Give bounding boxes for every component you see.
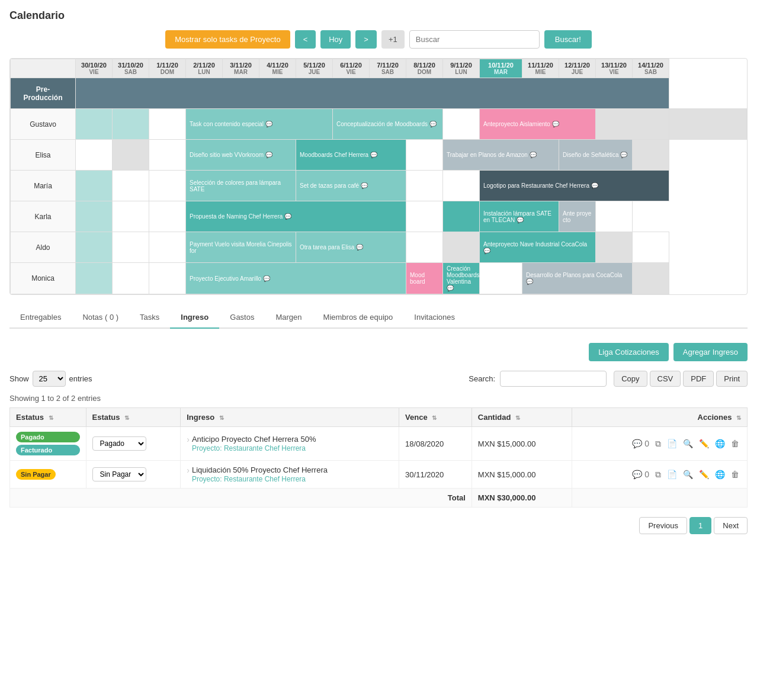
aldo-cell-anteproy: Anteproyecto Nave Industrial CocaCola 💬 xyxy=(480,232,596,263)
expand-icon-1[interactable]: › xyxy=(187,435,190,444)
tab-ingreso[interactable]: Ingreso xyxy=(170,307,219,329)
search-action-btn-2[interactable]: 🔍 xyxy=(681,468,695,481)
print-button[interactable]: Print xyxy=(716,371,748,387)
calendar-section: 30/10/20 VIE 31/10/20 SAB 1/11/20 DOM 2/… xyxy=(9,58,748,295)
monica-cell-empty xyxy=(480,263,522,294)
ingreso-title-1: Anticipo Proyecto Chef Herrera 50% xyxy=(192,435,316,444)
aldo-cell-1 xyxy=(76,232,113,263)
expand-icon-2[interactable]: › xyxy=(187,465,190,475)
comment-btn-2[interactable]: 💬 0 xyxy=(630,468,651,481)
aldo-cell-payment: Payment Vuelo visita Morelia Cinepolis f… xyxy=(186,232,296,263)
col-header-12: 11/11/20 MIE xyxy=(522,59,559,78)
total-amount: MXN $30,000.00 xyxy=(471,489,572,508)
page-1-button[interactable]: 1 xyxy=(689,517,711,534)
copy-action-btn-1[interactable]: ⧉ xyxy=(653,437,663,451)
row-label-karla: Karla xyxy=(11,201,76,232)
aldo-cell-2 xyxy=(113,232,149,263)
karla-cell-propuesta: Propuesta de Naming Chef Herrera 💬 xyxy=(186,201,406,232)
row-label-gustavo: Gustavo xyxy=(11,109,76,140)
next-button[interactable]: Next xyxy=(714,517,748,534)
col-header-3: 1/11/20 DOM xyxy=(149,59,186,78)
agregar-ingreso-button[interactable]: Agregar Ingreso xyxy=(673,343,748,361)
delete-btn-1[interactable]: 🗑 xyxy=(729,437,741,450)
search-action-btn-1[interactable]: 🔍 xyxy=(681,437,695,450)
elisa-cell-moodboards: Moodboards Chef Herrera 💬 xyxy=(296,140,406,171)
pdf-button[interactable]: PDF xyxy=(683,371,714,387)
elisa-cell-empty xyxy=(406,140,443,171)
gustavo-cell-gray xyxy=(596,109,669,140)
pagination: Previous 1 Next xyxy=(9,517,748,534)
export-buttons: Copy CSV PDF Print xyxy=(614,371,748,387)
tab-notas[interactable]: Notas ( 0 ) xyxy=(72,307,129,329)
acciones-cell-1: 💬 0 ⧉ 📄 🔍 ✏️ 🌐 🗑 xyxy=(572,427,747,461)
cantidad-cell-2: MXN $15,000.00 xyxy=(471,461,572,489)
gustavo-cell-ante: Anteproyecto Aislamiento 💬 xyxy=(480,109,596,140)
tab-margen[interactable]: Margen xyxy=(265,307,312,329)
calendar-search-input[interactable] xyxy=(409,30,540,49)
acciones-cell-2: 💬 0 ⧉ 📄 🔍 ✏️ 🌐 🗑 xyxy=(572,461,747,489)
comment-btn-1[interactable]: 💬 0 xyxy=(630,437,651,450)
project-link-1[interactable]: Proyecto: Restaurante Chef Herrera xyxy=(192,444,306,452)
col-header-13: 12/11/20 JUE xyxy=(559,59,596,78)
monica-cell-moodboard: Mood board xyxy=(406,263,443,294)
csv-button[interactable]: CSV xyxy=(650,371,681,387)
badge-sinpagar: Sin Pagar xyxy=(16,469,56,480)
maria-cell-seleccion: Selección de colores para lámpara SATE xyxy=(186,171,296,201)
status-select-1[interactable]: Pagado Sin Pagar xyxy=(92,436,146,451)
delete-btn-2[interactable]: 🗑 xyxy=(729,468,741,481)
gustavo-cell-3 xyxy=(149,109,186,140)
calendar-row-karla: Karla Propuesta de Naming Chef Herrera 💬… xyxy=(11,201,747,232)
entries-select[interactable]: 25 50 100 xyxy=(33,371,66,387)
tab-gastos[interactable]: Gastos xyxy=(219,307,265,329)
next-calendar-button[interactable]: > xyxy=(355,30,377,49)
row-label-preproduccion: Pre-Producción xyxy=(11,78,76,109)
ingreso-toolbar: Liga Cotizaciones Agregar Ingreso xyxy=(9,343,748,361)
elisa-cell-trabajar: Trabajar en Planos de Amazon 💬 xyxy=(443,140,559,171)
doc-btn-2[interactable]: 📄 xyxy=(665,468,679,481)
liga-cotizaciones-button[interactable]: Liga Cotizaciones xyxy=(589,343,669,361)
globe-btn-2[interactable]: 🌐 xyxy=(713,468,727,481)
today-button[interactable]: Hoy xyxy=(320,30,351,49)
doc-btn-1[interactable]: 📄 xyxy=(665,437,679,450)
badge-pagado: Pagado xyxy=(16,432,80,442)
gustavo-cell-concept: Conceptualización de Moodboards 💬 xyxy=(333,109,443,140)
elisa-cell-2 xyxy=(113,140,149,171)
prev-calendar-button[interactable]: < xyxy=(295,30,316,49)
edit-btn-1[interactable]: ✏️ xyxy=(697,437,711,450)
col-header-6: 4/11/20 MIE xyxy=(259,59,296,78)
copy-button[interactable]: Copy xyxy=(614,371,647,387)
edit-btn-2[interactable]: ✏️ xyxy=(697,468,711,481)
calendar-row-elisa: Elisa Diseño sitio web VVorkroom 💬 Moodb… xyxy=(11,140,747,171)
col-header-4: 2/11/20 LUN xyxy=(186,59,223,78)
monica-cell-proyecto: Proyecto Ejecutivo Amarillo 💬 xyxy=(186,263,406,294)
table-search-row: Search: xyxy=(469,371,607,387)
tab-entregables[interactable]: Entregables xyxy=(9,307,72,329)
badge-facturado: Facturado xyxy=(16,445,80,455)
col-cantidad: Cantidad ⇅ xyxy=(471,408,572,427)
karla-cell-2 xyxy=(113,201,149,232)
table-search-input[interactable] xyxy=(500,371,607,387)
plus-one-button[interactable]: +1 xyxy=(381,30,405,49)
previous-button[interactable]: Previous xyxy=(639,517,687,534)
search-button[interactable]: Buscar! xyxy=(544,30,592,49)
aldo-cell-otra: Otra tarea para Elisa 💬 xyxy=(296,232,406,263)
table-header-row: Estatus ⇅ Estatus ⇅ Ingreso ⇅ Vence ⇅ Ca… xyxy=(10,408,748,427)
tab-invitaciones[interactable]: Invitaciones xyxy=(403,307,466,329)
entries-label: entries xyxy=(69,374,92,383)
project-link-2[interactable]: Proyecto: Restaurante Chef Herrera xyxy=(192,475,306,483)
tab-miembros[interactable]: Miembros de equipo xyxy=(313,307,404,329)
total-actions xyxy=(572,489,747,508)
globe-btn-1[interactable]: 🌐 xyxy=(713,437,727,450)
vence-cell-1: 18/08/2020 xyxy=(399,427,472,461)
elisa-cell-diseno2: Diseño de Señalética 💬 xyxy=(559,140,633,171)
tabs-bar: Entregables Notas ( 0 ) Tasks Ingreso Ga… xyxy=(9,307,748,329)
tab-tasks[interactable]: Tasks xyxy=(129,307,170,329)
monica-cell-end xyxy=(633,263,669,294)
copy-action-btn-2[interactable]: ⧉ xyxy=(653,468,663,481)
status-select-2[interactable]: Sin Pagar Pagado xyxy=(92,467,146,481)
aldo-cell-3 xyxy=(149,232,186,263)
total-label: Total xyxy=(10,489,472,508)
aldo-cell-end2 xyxy=(633,232,669,263)
gustavo-cell-2 xyxy=(113,109,149,140)
filter-button[interactable]: Mostrar solo tasks de Proyecto xyxy=(165,30,290,49)
